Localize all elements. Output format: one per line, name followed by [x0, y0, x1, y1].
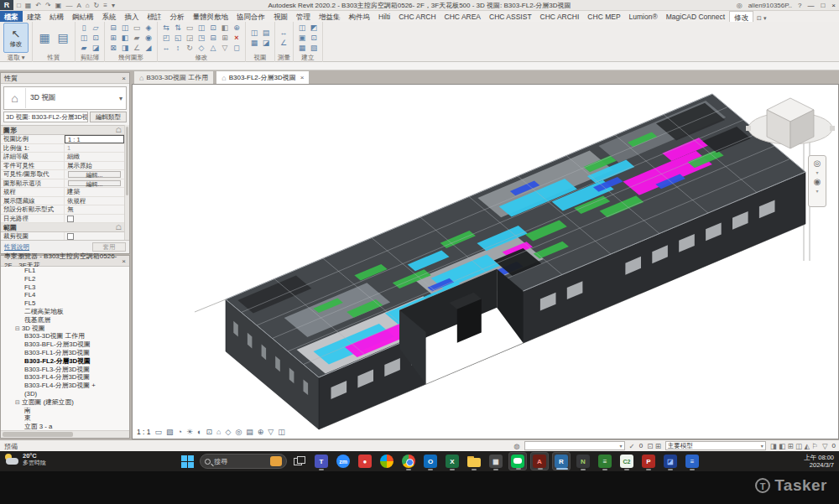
ribbon-tool-icon[interactable]: ×	[232, 34, 242, 43]
ribbon-tab-CHC AREA[interactable]: CHC AREA	[440, 11, 485, 22]
ribbon-tool-icon[interactable]: ◪	[91, 44, 101, 53]
ribbon-tab-協同合作[interactable]: 協同合作	[232, 11, 269, 22]
view-control-icon-8[interactable]: ◎	[235, 428, 242, 436]
ribbon-tab-結構[interactable]: 結構	[45, 11, 68, 22]
ribbon-tab-分析[interactable]: 分析	[166, 11, 189, 22]
green-app-icon[interactable]: ≡	[596, 452, 614, 470]
revit-app-icon[interactable]: R	[0, 0, 13, 10]
ribbon-tab-修改[interactable]: 修改	[729, 11, 753, 22]
ribbon-tab-CHC ARCH[interactable]: CHC ARCH	[394, 11, 440, 22]
filter-icon[interactable]: ▽	[822, 442, 828, 450]
apply-button[interactable]: 套用	[92, 242, 126, 252]
ribbon-tool-icon[interactable]: ↔	[279, 29, 289, 38]
tree-item-(3D)[interactable]: (3D)	[1, 390, 129, 398]
tree-item-B303-BFL-分層3D視圖[interactable]: B303-BFL-分層3D視圖	[1, 340, 129, 349]
ribbon-tool-icon[interactable]: ▱	[91, 23, 101, 33]
property-section-圖形[interactable]: 圖形☖	[1, 126, 124, 135]
recorder-icon[interactable]: ●	[356, 452, 374, 470]
ribbon-tool-icon[interactable]: ▽	[220, 44, 230, 53]
qat-icon-0[interactable]: □	[17, 2, 21, 9]
calculator-icon[interactable]: ▦	[487, 452, 505, 470]
notes-app-icon[interactable]: ≡	[683, 452, 701, 470]
ribbon-tool-icon[interactable]: ◢	[143, 44, 154, 53]
ribbon-tool-icon[interactable]: ⊡	[309, 34, 319, 43]
qat-icon-8[interactable]: ↻	[94, 2, 100, 9]
minimize-icon[interactable]: —	[807, 2, 814, 9]
ribbon-tab-构件坞[interactable]: 构件坞	[345, 11, 375, 22]
ribbon-tool-icon[interactable]: ⊡	[91, 34, 101, 43]
ribbon-tool-icon[interactable]: ▤	[261, 29, 271, 38]
ribbon-tab-CHC ARCHI[interactable]: CHC ARCHI	[536, 11, 584, 22]
ribbon-tab-視圖[interactable]: 視圖	[269, 11, 292, 22]
ribbon-tool-icon[interactable]: ⊞	[220, 34, 230, 43]
status-right-icon-0[interactable]: ◨	[770, 442, 779, 450]
ribbon-tab-MagiCAD Connect[interactable]: MagiCAD Connect	[662, 11, 729, 22]
view-tab-B303-3D視圖 工作用[interactable]: ⌂B303-3D視圖 工作用	[133, 70, 214, 84]
ribbon-tool-icon[interactable]: ◳	[196, 34, 206, 43]
ribbon-tool-icon[interactable]: ◧	[120, 34, 130, 43]
ribbon-tab-建築[interactable]: 建築	[23, 11, 45, 22]
property-value[interactable]: 建築	[65, 188, 124, 196]
ribbon-tool-icon[interactable]: ⊟	[208, 34, 218, 43]
taskbar-clock[interactable]: 上午 08:00 2024/3/7	[804, 454, 834, 469]
tree-item-南[interactable]: 南	[1, 407, 129, 415]
view-selector-combo[interactable]: 3D 視圖: B303-FL2-分層3D視圖	[3, 112, 88, 122]
ribbon-tool-icon[interactable]: △	[208, 44, 218, 53]
view-control-icon-3[interactable]: ☀	[186, 428, 193, 436]
status-right-icon-1[interactable]: ◧	[779, 442, 787, 450]
ribbon-tool-icon[interactable]: ⊠	[108, 44, 118, 53]
ribbon-tool-icon[interactable]: ▧	[309, 44, 319, 53]
qat-icon-3[interactable]: ↷	[45, 2, 51, 9]
qat-icon-1[interactable]: ▦	[25, 2, 32, 9]
tree-item-立面圖 (建築立面)[interactable]: ⊟立面圖 (建築立面)	[1, 398, 129, 407]
ribbon-tab-量體與敷地[interactable]: 量體與敷地	[189, 11, 233, 22]
view-scale-label[interactable]: 1 : 1	[137, 428, 151, 436]
tree-item-B303-FL4-分層3D視圖 +[interactable]: B303-FL4-分層3D視圖 +	[1, 382, 129, 390]
property-value[interactable]: 展示原始	[65, 162, 124, 170]
tree-item-FL4[interactable]: FL4	[1, 291, 129, 299]
edit-type-button[interactable]: 編輯類型	[90, 112, 127, 122]
file-explorer-icon[interactable]	[465, 452, 483, 470]
navigation-bar[interactable]: ◎ ▾ ◉ ▾	[808, 155, 826, 207]
ribbon-tab-CHC MEP[interactable]: CHC MEP	[583, 11, 624, 22]
ribbon-tool-icon[interactable]: ▦	[297, 44, 307, 53]
drawing-canvas[interactable]	[132, 84, 839, 439]
property-value[interactable]: 依規程	[65, 197, 124, 205]
view-tab-B303-FL2-分層3D視圖[interactable]: ⌂B303-FL2-分層3D視圖×	[216, 70, 310, 84]
ribbon-tool-icon[interactable]: ↕	[173, 44, 183, 53]
ribbon-tool-icon[interactable]: ◫	[196, 23, 206, 33]
view-control-icon-2[interactable]: ◔	[178, 428, 182, 436]
modify-select-button[interactable]: ↖修改	[3, 23, 29, 53]
tree-item-FL3[interactable]: FL3	[1, 283, 129, 292]
ribbon-tool-icon[interactable]: ◫	[79, 34, 89, 43]
navisworks-icon[interactable]: N	[574, 452, 592, 470]
excel-icon[interactable]: X	[443, 452, 461, 470]
tab-overflow-icon[interactable]: ⊡ ▾	[753, 15, 769, 22]
tree-item-FL5[interactable]: FL5	[1, 299, 129, 308]
ribbon-tab-檔案[interactable]: 檔案	[0, 11, 23, 22]
ribbon-tool-icon[interactable]: ▭	[185, 23, 195, 33]
ribbon-tab-標註[interactable]: 標註	[143, 11, 166, 22]
close-icon[interactable]: ×	[122, 257, 126, 265]
help-icon[interactable]: ?	[798, 2, 801, 9]
tree-item-東[interactable]: 東	[1, 414, 129, 423]
chrome-icon[interactable]	[399, 452, 418, 470]
tree-expander-icon[interactable]: ⊟	[15, 325, 20, 331]
view-control-icon-9[interactable]: ▤	[246, 428, 253, 436]
ribbon-tool-icon[interactable]: ▰	[132, 34, 142, 43]
property-value[interactable]: 無	[65, 205, 124, 214]
zoom-icon[interactable]: zm	[334, 452, 352, 470]
chart-app-icon[interactable]: ◪	[661, 452, 680, 470]
panel-big-icon-1[interactable]: ▤	[55, 23, 71, 53]
search-box[interactable]: 搜尋	[200, 452, 287, 470]
edit-button[interactable]: 編輯...	[68, 180, 121, 187]
design-option-combo[interactable]: 主要模型 ▾	[665, 441, 766, 450]
status-right-icon-3[interactable]: ◫	[795, 442, 804, 450]
c2-app-icon[interactable]: C2	[618, 452, 636, 470]
steering-wheel-icon[interactable]: ◎	[814, 158, 821, 168]
status-mid-icon-1[interactable]: ⊞	[655, 442, 661, 450]
ribbon-tool-icon[interactable]: ∠	[132, 44, 142, 53]
ribbon-tool-icon[interactable]: ↔	[161, 44, 171, 53]
autocad-icon[interactable]: A	[530, 452, 549, 470]
workset-icon[interactable]: ◍	[513, 442, 519, 450]
